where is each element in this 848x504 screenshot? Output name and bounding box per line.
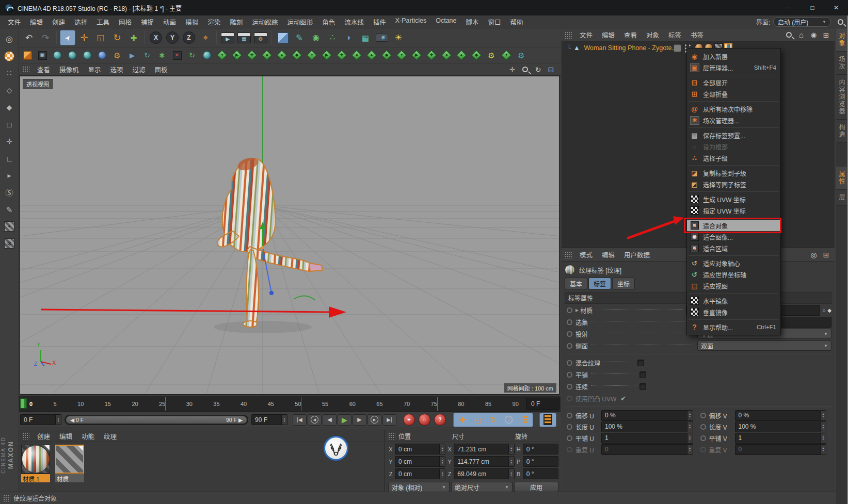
mix-textures-checkbox[interactable] — [637, 360, 644, 366]
search-icon[interactable] — [783, 29, 794, 40]
spinner-arrows-icon[interactable]: ▲▼ — [820, 422, 826, 432]
play-icon[interactable]: ▶ — [338, 414, 351, 426]
goto-start-icon[interactable]: |◀ — [293, 414, 307, 426]
viewport-canvas[interactable]: 透视视图 网格间距 : 100 cm Y X Z — [20, 76, 559, 395]
plugin-delete-icon[interactable]: ✕ — [171, 49, 183, 61]
panel-tab-0[interactable]: 属性 — [836, 167, 847, 190]
menu-item-10[interactable]: 雕刻 — [225, 17, 247, 27]
ctx-layer-manager[interactable]: ▣层管理器...Shift+F4 — [687, 62, 780, 73]
rot-p-field[interactable]: 0 ° — [523, 456, 558, 467]
xparticles-icon-7[interactable]: ✦ — [306, 49, 318, 61]
ctx-generate-uvw[interactable]: 生成 UVW 坐标 — [687, 193, 780, 205]
record-icon[interactable]: ✦ — [403, 412, 418, 428]
menu-item-4[interactable]: 工具 — [92, 17, 114, 27]
menu-item-18[interactable]: 脚本 — [461, 17, 484, 27]
param-field-平铺-V[interactable]: 1▲▼ — [735, 433, 827, 444]
make-editable-icon[interactable]: ◎ — [2, 32, 17, 46]
ctx-add-to-new-layer[interactable]: ◉加入新层 — [687, 51, 780, 62]
panel-tab-1[interactable]: 层 — [836, 190, 847, 206]
search-icon[interactable] — [835, 17, 846, 27]
menu-item-0[interactable]: 文件 — [575, 30, 597, 40]
camera-icon[interactable] — [374, 30, 390, 45]
range-bar[interactable]: ◀ 0 F 90 F ▶ — [66, 416, 247, 424]
home-icon[interactable]: ⌂ — [796, 29, 807, 40]
anim-dot[interactable] — [567, 413, 572, 418]
param-field-长度-V[interactable]: 100 %▲▼ — [735, 421, 827, 432]
parameter-record-icon[interactable]: P — [502, 414, 516, 426]
apply-button[interactable]: 应用 — [514, 482, 558, 492]
spinner-arrows-icon[interactable]: ▲▼ — [55, 415, 61, 425]
xparticles-icon-14[interactable]: ▶ — [410, 49, 423, 61]
plugin-cycle-icon[interactable]: ↻ — [141, 49, 153, 61]
xparticles-icon-19[interactable]: ✦ — [500, 49, 513, 61]
add-panel-icon[interactable]: ⊞ — [821, 29, 831, 40]
maximize-button[interactable]: □ — [801, 0, 824, 15]
menu-item-1[interactable]: 摄像机 — [55, 64, 84, 74]
menu-item-1[interactable]: 编辑 — [25, 17, 47, 27]
menu-item-1[interactable]: 编辑 — [597, 250, 619, 259]
plugin-gear-teal-icon[interactable]: ⚙ — [515, 49, 527, 61]
menu-item-8[interactable]: 模拟 — [181, 17, 203, 27]
add-panel-icon[interactable]: ⊞ — [821, 249, 831, 260]
side-dropdown[interactable]: 双面▼ — [697, 340, 831, 351]
menu-item-3[interactable]: 纹理 — [99, 431, 121, 441]
panel-handle[interactable] — [565, 251, 572, 258]
rotation-record-icon[interactable]: ↻ — [486, 414, 500, 426]
spinner-arrows-icon[interactable]: ▲▼ — [820, 445, 826, 454]
ctx-show-help[interactable]: ?显示帮助...Ctrl+F1 — [687, 321, 780, 333]
material-picker-icon[interactable]: ◆ — [827, 307, 831, 313]
anim-dot[interactable] — [567, 372, 572, 378]
xparticles-icon-1[interactable]: ✦ — [216, 49, 228, 61]
xparticles-icon-2[interactable]: ▶ — [231, 49, 243, 61]
menu-item-9[interactable]: 渲染 — [203, 17, 225, 27]
rot-b-field[interactable]: 0 ° — [523, 468, 558, 479]
texture-lock-icon[interactable]: ● — [2, 220, 17, 233]
subdivision-surface-icon[interactable]: ◉ — [308, 30, 324, 45]
ctx-fit-to-region[interactable]: ✕适合区域 — [687, 242, 780, 254]
material-clear-icon[interactable]: ○ — [822, 307, 825, 313]
timeline-window-button[interactable] — [539, 413, 556, 427]
menu-item-19[interactable]: 窗口 — [484, 17, 506, 27]
current-frame-field[interactable]: 0 F — [526, 398, 559, 410]
tab-2[interactable]: 坐标 — [612, 278, 635, 289]
scale-record-icon[interactable]: ◱ — [471, 414, 485, 426]
workplane-icon[interactable]: ∟ — [2, 152, 17, 165]
edges-mode-icon[interactable]: ◇ — [2, 84, 17, 97]
seamless-checkbox[interactable] — [639, 383, 646, 390]
spinner-arrows-icon[interactable]: ▲▼ — [687, 445, 693, 454]
tweak-mode-icon[interactable]: ▸ — [2, 169, 17, 182]
prev-key-icon[interactable]: ◀ — [308, 414, 322, 426]
plugin-sky-icon[interactable] — [51, 49, 63, 61]
interface-dropdown[interactable]: 启动 (用户) ▼ — [773, 17, 831, 27]
menu-item-4[interactable]: 标签 — [664, 30, 686, 40]
xparticles-icon-6[interactable]: ◆ — [291, 49, 303, 61]
spinner-arrows-icon[interactable]: ▲▼ — [687, 422, 693, 432]
render-settings-icon[interactable]: ⚙ — [253, 30, 268, 45]
panel-handle[interactable] — [22, 66, 29, 73]
anim-dot[interactable] — [567, 331, 572, 337]
axis-mode-icon[interactable]: ✛ — [2, 135, 17, 148]
menu-item-0[interactable]: 模式 — [575, 250, 597, 259]
menu-item-16[interactable]: X-Particles — [391, 17, 431, 27]
menu-item-14[interactable]: 流水线 — [340, 17, 369, 27]
menu-item-12[interactable]: 运动图形 — [282, 17, 317, 27]
menu-item-1[interactable]: 编辑 — [55, 431, 77, 441]
spline-pen-icon[interactable]: ✎ — [292, 30, 307, 45]
size-z-field[interactable]: 69.049 cm▲▼ — [454, 468, 514, 479]
lock-y-icon[interactable]: Y — [165, 30, 180, 45]
texture-mode-icon[interactable] — [2, 50, 17, 63]
menu-item-5[interactable]: 网格 — [114, 17, 136, 27]
scale-tool-icon[interactable]: ◱ — [93, 30, 108, 45]
ctx-mirror-horizontal[interactable]: 水平镜像 — [687, 295, 780, 306]
playhead[interactable] — [20, 398, 27, 409]
panel-tab-0[interactable]: 对象 — [836, 28, 847, 52]
prev-frame-icon[interactable]: ◀ — [323, 414, 337, 426]
points-mode-icon[interactable]: ∷ — [2, 67, 17, 80]
plugin-globe-icon[interactable] — [66, 49, 78, 61]
xparticles-icon-15[interactable]: ✚ — [425, 49, 438, 61]
xparticles-icon-5[interactable]: ▲ — [276, 49, 288, 61]
coordinate-system-icon[interactable]: ⌖ — [198, 30, 213, 45]
size-x-field[interactable]: 71.231 cm▲▼ — [454, 444, 514, 454]
xparticles-icon-10[interactable]: ● — [350, 49, 363, 61]
anim-dot[interactable] — [567, 307, 572, 313]
